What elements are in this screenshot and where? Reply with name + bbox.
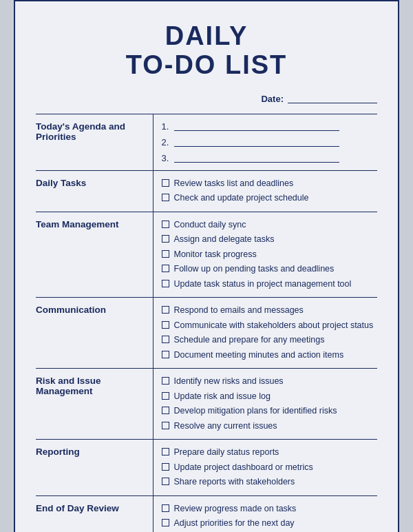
check-label: Assign and delegate tasks <box>174 234 275 246</box>
page-title: DAILY TO-DO LIST <box>36 22 377 80</box>
section-content-communication: Respond to emails and messagesCommunicat… <box>153 298 377 369</box>
date-label: Date: <box>261 94 284 104</box>
check-item: Share reports with stakeholders <box>162 476 378 489</box>
checkbox[interactable] <box>162 250 169 258</box>
checkbox[interactable] <box>162 194 169 201</box>
section-content-team-management: Conduct daily syncAssign and delegate ta… <box>153 212 377 298</box>
agenda-number: 3. <box>162 153 174 163</box>
check-label: Document meeting minutes and action item… <box>174 349 344 362</box>
check-item: Resolve any current issues <box>162 420 378 433</box>
checkbox[interactable] <box>162 448 169 456</box>
agenda-line[interactable] <box>174 153 339 163</box>
check-label: Update project dashboard or metrics <box>174 462 313 474</box>
section-content-agenda: 1.2.3. <box>153 114 377 170</box>
section-content-reporting: Prepare daily status reportsUpdate proje… <box>153 440 377 496</box>
section-label-end-of-day: End of Day Review <box>36 495 153 532</box>
check-label: Update task status in project management… <box>174 278 352 291</box>
checkbox[interactable] <box>162 235 169 243</box>
section-label-risk-issue: Risk and Issue Management <box>36 369 153 440</box>
check-label: Prepare daily status reports <box>174 447 279 459</box>
checkbox[interactable] <box>162 463 169 471</box>
check-label: Resolve any current issues <box>174 420 277 433</box>
section-label-agenda: Today's Agenda and Priorities <box>36 114 153 170</box>
check-label: Conduct daily sync <box>174 219 246 232</box>
check-label: Review tasks list and deadlines <box>174 178 294 190</box>
agenda-item-3: 3. <box>162 153 378 163</box>
check-item: Adjust priorities for the next day <box>162 518 378 530</box>
check-item: Communicate with stakeholders about proj… <box>162 320 378 332</box>
agenda-number: 2. <box>162 137 174 147</box>
section-content-daily-tasks: Review tasks list and deadlinesCheck and… <box>153 170 377 212</box>
check-label: Communicate with stakeholders about proj… <box>174 320 374 332</box>
checkbox[interactable] <box>162 392 169 400</box>
check-label: Monitor task progress <box>174 249 257 261</box>
check-item: Schedule and prepare for any meetings <box>162 334 378 347</box>
check-item: Develop mitigation plans for identified … <box>162 405 378 418</box>
agenda-line[interactable] <box>174 121 339 131</box>
section-content-risk-issue: Identify new risks and issuesUpdate risk… <box>153 369 377 440</box>
check-item: Update risk and issue log <box>162 391 378 403</box>
section-label-daily-tasks: Daily Tasks <box>36 170 153 212</box>
checkbox[interactable] <box>162 504 169 512</box>
check-item: Conduct daily sync <box>162 219 378 232</box>
checkbox[interactable] <box>162 280 169 287</box>
check-label: Follow up on pending tasks and deadlines <box>174 263 335 276</box>
checkbox[interactable] <box>162 407 169 414</box>
check-label: Check and update project schedule <box>174 192 309 205</box>
section-label-reporting: Reporting <box>36 440 153 496</box>
agenda-line[interactable] <box>174 137 339 147</box>
check-label: Identify new risks and issues <box>174 376 284 388</box>
check-item: Check and update project schedule <box>162 192 378 205</box>
check-label: Respond to emails and messages <box>174 305 304 317</box>
checkbox[interactable] <box>162 321 169 329</box>
checkbox[interactable] <box>162 478 169 485</box>
checkbox[interactable] <box>162 336 169 343</box>
check-item: Respond to emails and messages <box>162 305 378 317</box>
checkbox[interactable] <box>162 351 169 358</box>
check-item: Prepare daily status reports <box>162 447 378 459</box>
check-item: Review progress made on tasks <box>162 503 378 515</box>
check-item: Monitor task progress <box>162 249 378 261</box>
check-label: Adjust priorities for the next day <box>174 518 295 530</box>
main-table: Today's Agenda and Priorities1.2.3.Daily… <box>36 114 377 532</box>
checkbox[interactable] <box>162 519 169 526</box>
checkbox[interactable] <box>162 377 169 385</box>
check-item: Update project dashboard or metrics <box>162 462 378 474</box>
checkbox[interactable] <box>162 422 169 429</box>
check-item: Review tasks list and deadlines <box>162 178 378 190</box>
page: DAILY TO-DO LIST Date: Today's Agenda an… <box>14 0 399 532</box>
section-label-communication: Communication <box>36 298 153 369</box>
checkbox[interactable] <box>162 179 169 187</box>
agenda-number: 1. <box>162 121 174 132</box>
check-item: Identify new risks and issues <box>162 376 378 388</box>
check-label: Develop mitigation plans for identified … <box>174 405 337 418</box>
check-label: Schedule and prepare for any meetings <box>174 334 325 347</box>
check-label: Review progress made on tasks <box>174 503 297 515</box>
agenda-item-1: 1. <box>162 121 378 132</box>
check-item: Follow up on pending tasks and deadlines <box>162 263 378 276</box>
checkbox[interactable] <box>162 221 169 228</box>
check-item: Update task status in project management… <box>162 278 378 291</box>
check-label: Update risk and issue log <box>174 391 271 403</box>
checkbox[interactable] <box>162 306 169 314</box>
check-label: Share reports with stakeholders <box>174 476 295 489</box>
section-content-end-of-day: Review progress made on tasksAdjust prio… <box>153 495 377 532</box>
title-section: DAILY TO-DO LIST <box>36 22 377 80</box>
agenda-item-2: 2. <box>162 137 378 147</box>
checkbox[interactable] <box>162 265 169 272</box>
section-label-team-management: Team Management <box>36 212 153 298</box>
date-input-line[interactable] <box>288 94 377 103</box>
check-item: Assign and delegate tasks <box>162 234 378 246</box>
check-item: Document meeting minutes and action item… <box>162 349 378 362</box>
date-row: Date: <box>36 94 377 104</box>
